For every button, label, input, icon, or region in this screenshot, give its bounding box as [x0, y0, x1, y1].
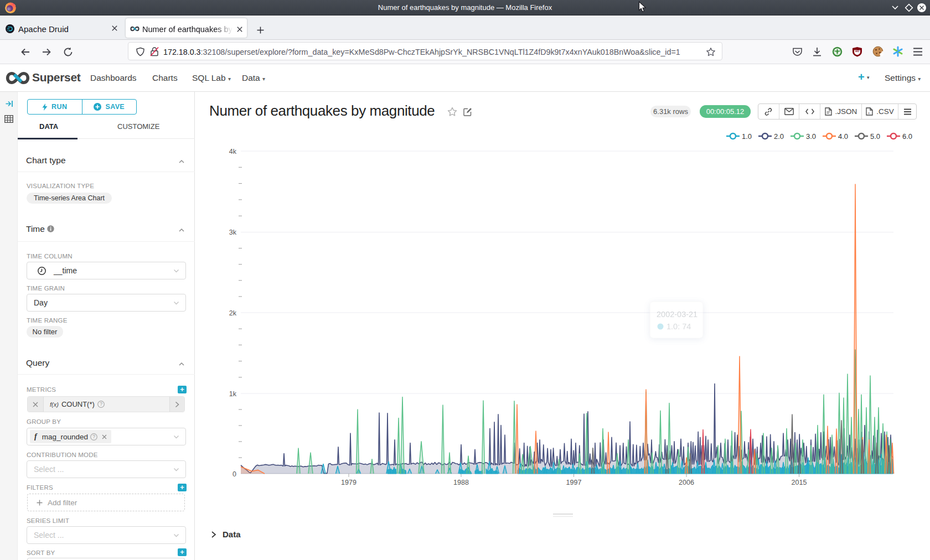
svg-text:6.0: 6.0 — [902, 132, 912, 141]
svg-text:?: ? — [100, 401, 102, 407]
svg-text:2015: 2015 — [792, 479, 807, 486]
svg-text:?: ? — [92, 434, 95, 439]
svg-text:uO: uO — [855, 49, 860, 53]
svg-text:4.0: 4.0 — [838, 132, 848, 141]
svg-text:3k: 3k — [229, 229, 237, 236]
svg-text:2006: 2006 — [679, 479, 694, 486]
svg-text:1988: 1988 — [453, 479, 469, 486]
svg-text:2.0: 2.0 — [774, 132, 784, 141]
svg-text:4k: 4k — [229, 148, 237, 155]
svg-text:0: 0 — [232, 470, 236, 478]
svg-text:5.0: 5.0 — [870, 132, 880, 141]
svg-text:2002-03-21: 2002-03-21 — [657, 310, 698, 319]
svg-text:3.0: 3.0 — [806, 132, 816, 141]
svg-text:1979: 1979 — [341, 479, 356, 486]
svg-text:2k: 2k — [229, 309, 237, 317]
svg-text:1997: 1997 — [566, 479, 582, 486]
svg-text:1.0: 74: 1.0: 74 — [666, 322, 691, 331]
svg-text:1.0: 1.0 — [742, 132, 752, 141]
svg-text:1k: 1k — [229, 390, 237, 398]
